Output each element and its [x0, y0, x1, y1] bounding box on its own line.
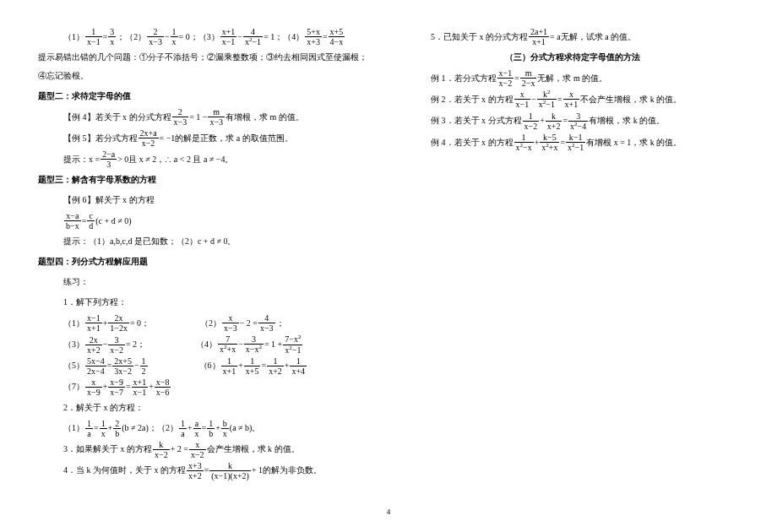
ex4-tail: 有增根，求 m 的值。 — [225, 108, 304, 127]
frac: 2x+ax−2 — [139, 128, 159, 148]
frac: cd — [87, 211, 95, 231]
p5-pre: 5．已知关于 x 的分式方程 — [431, 28, 528, 46]
frac: kx−2 — [153, 440, 170, 459]
r3-post: 有增根，求 k 的值。 — [589, 111, 665, 130]
p2-row: （1） 1a = 1x + 2b (b ≠ 2a)； （2） 1a + ax =… — [38, 419, 372, 438]
document-page: （1） 1x−1 = 3x ；（2） 2x−3 − 1x = 0 ；（3） x+… — [38, 25, 739, 482]
example-6-eq: x−ab−x = cd (c + d ≠ 0) — [38, 211, 372, 231]
p1-3-label: （3） — [63, 335, 84, 354]
p5-post: 无解，试求 a 的值。 — [561, 28, 636, 46]
frac: 5x−42x−4 — [85, 356, 106, 376]
r4-post: 有增根 x = 1，求 k 的值。 — [586, 133, 682, 152]
p1-6-label: （6） — [199, 356, 220, 375]
p1-row1: （1） x−1x+1 + 2x1−2x = 0； （2） xx−3 − 2 = … — [38, 313, 372, 333]
frac: 12 — [140, 356, 148, 376]
frac: 1x+2 — [267, 356, 284, 376]
frac: 1x+1 — [221, 356, 238, 376]
frac: 2xx+2 — [85, 335, 102, 355]
frac: 1x−2 — [523, 111, 540, 131]
frac: kx+2 — [546, 111, 562, 131]
frac: x+3x+2 — [187, 461, 204, 480]
frac: mx−3 — [208, 107, 225, 127]
p2-1-label: （1） — [63, 419, 84, 437]
r1-row: 例 1．若分式方程 x−1x−2 = m2−x 无解，求 m 的值。 — [405, 68, 739, 88]
ex5-text: 【例 5】若分式方程 — [63, 129, 138, 148]
frac: 2x−3 — [172, 107, 189, 127]
example-6: 【例 6】解关于 x 的方程 — [38, 191, 372, 209]
r4-row: 例 4．若关于 x 的方程 1x2−x + k−5x2+x = k−1x2−1 … — [405, 133, 739, 152]
frac: 2x−3 — [147, 27, 164, 46]
frac: 2x1−2x — [108, 313, 129, 333]
p1-4-label: （4） — [196, 335, 217, 354]
p4-post: 的解为非负数。 — [263, 461, 322, 480]
r3-row: 例 3．若关于 x 分式方程 1x−2 + kx+2 = 3x2−4 有增根，求… — [405, 111, 739, 131]
type4-title: 题型四：列分式方程解应用题 — [38, 252, 372, 271]
frac: x−ab−x — [64, 211, 81, 231]
frac: 1x+4 — [290, 356, 307, 376]
r2-post: 不会产生增根，求 k 的值。 — [580, 90, 682, 109]
ex6-cond: (c + d ≠ 0) — [95, 212, 131, 231]
frac: 3x−x2 — [244, 334, 264, 354]
example-6-hint: 提示：（1）a,b,c,d 是已知数；（2）c + d ≠ 0。 — [38, 232, 372, 251]
page-number: 4 — [38, 508, 739, 516]
p3-post: 会产生增根，求 k 的值。 — [207, 440, 300, 459]
r2-pre: 例 2．若关于 x 的方程 — [431, 90, 513, 109]
p4-row: 4．当 k 为何值时，关于 x 的方程 x+3x+2 = k(x−1)(x+2)… — [38, 461, 372, 480]
frac: xx+1 — [563, 90, 580, 109]
p4-pre: 4．当 k 为何值时，关于 x 的方程 — [63, 461, 186, 480]
ex5-hint-pre: 提示： — [63, 150, 89, 169]
r1-pre: 例 1．若分式方程 — [431, 69, 497, 88]
frac: 3x2−4 — [568, 111, 588, 131]
p1-7-label: （7） — [63, 377, 84, 396]
eq-line-1: （1） 1x−1 = 3x ；（2） 2x−3 − 1x = 0 ；（3） x+… — [38, 27, 372, 46]
frac: x−1x+1 — [85, 313, 102, 333]
p2-1-cond: (b ≠ 2a)； — [122, 419, 157, 437]
frac: 7x2+x — [218, 334, 237, 354]
p1-row4: （7） xx−9 + x−9x−7 = x+1x−1 + x−8x−6 — [38, 377, 372, 397]
frac: 1a — [85, 419, 93, 438]
frac: 4x2−1 — [243, 27, 263, 46]
r4-pre: 例 4．若关于 x 的方程 — [431, 133, 513, 152]
frac: x−8x−6 — [155, 377, 171, 397]
frac: 3x−2 — [108, 335, 125, 355]
ex5-hint-mid: 且 x ≠ 2，∴ a < 2 且 a ≠ −4。 — [128, 150, 233, 169]
eq2-label: ；（2） — [117, 28, 146, 46]
section3-title: （三）分式方程求待定字母值的方法 — [405, 48, 739, 67]
example-5: 【例 5】若分式方程 2x+ax−2 = −1 的解是正数，求 a 的取值范围。 — [38, 128, 372, 148]
p3-pre: 3．如果解关于 x 的方程 — [63, 440, 152, 459]
eq4-label: ；（4） — [274, 28, 304, 46]
frac: 5+xx+3 — [305, 27, 322, 46]
frac: m2−x — [520, 68, 537, 88]
frac: 4x−3 — [258, 313, 275, 333]
frac: 1x−1 — [85, 27, 102, 46]
frac: 1a — [179, 419, 187, 438]
frac: 3x — [108, 27, 116, 46]
frac: k(x−1)(x+2) — [209, 461, 251, 480]
frac: x−9x−7 — [108, 377, 125, 397]
r3-pre: 例 3．若关于 x 分式方程 — [431, 111, 522, 130]
ex5-tail: 的解是正数，求 a 的取值范围。 — [175, 129, 292, 148]
frac: 1x — [171, 27, 178, 46]
frac: x+54−x — [329, 27, 345, 46]
frac: 1x2−x — [514, 133, 534, 152]
example-4: 【例 4】若关于 x 的分式方程 2x−3 = 1 − mx−3 有增根，求 m… — [38, 107, 372, 127]
frac: x−1x−2 — [497, 68, 514, 88]
p2-label: 2．解关于 x 的方程： — [38, 399, 372, 417]
frac: 2b — [113, 419, 121, 438]
frac: xx−9 — [85, 377, 102, 397]
p2-2-label: （2） — [157, 419, 178, 437]
type3-title: 题型三：解含有字母系数的方程 — [38, 171, 372, 189]
r1-post: 无解，求 m 的值。 — [537, 69, 607, 88]
hints-text: 提示易错出错的几个问题：①分子不添括号；②漏乘整数项；③约去相同因式至使漏根；④… — [38, 48, 372, 85]
frac: k2x2−1 — [537, 90, 557, 110]
type2-title: 题型二：求待定字母的值 — [38, 87, 372, 106]
p1-1-label: （1） — [63, 314, 84, 333]
frac: bx — [221, 419, 229, 438]
p2-2-cond: (a ≠ b)。 — [230, 419, 261, 437]
p5-row: 5．已知关于 x 的分式方程 2a+1x+1 = a 无解，试求 a 的值。 — [405, 27, 739, 46]
frac: 2−a3 — [101, 149, 117, 169]
p1-row3: （5） 5x−42x−4 = 2x+53x−2 − 12 （6） 1x+1 + … — [38, 356, 372, 376]
example-5-hint: 提示： x = 2−a3 > 0 且 x ≠ 2，∴ a < 2 且 a ≠ −… — [38, 149, 372, 169]
practice-label: 练习： — [38, 273, 372, 291]
frac: xx−2 — [189, 440, 206, 459]
